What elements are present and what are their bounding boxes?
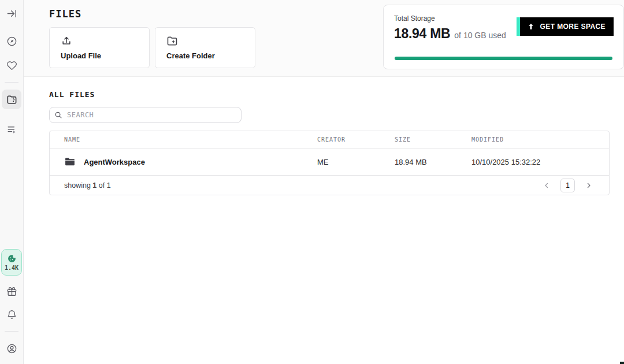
table-header-row: NAME CREATOR SIZE MODIFIED xyxy=(50,131,609,148)
credits-count: 1.4K xyxy=(5,265,18,271)
heart-icon xyxy=(6,60,17,71)
table-footer: showing 1 of 1 1 xyxy=(50,176,609,195)
upload-icon xyxy=(61,35,138,47)
storage-used-value: 18.94 MB xyxy=(394,26,450,42)
create-folder-label: Create Folder xyxy=(166,51,244,60)
storage-progress-bar xyxy=(395,57,612,60)
corner-widget-artifact xyxy=(620,362,624,364)
upload-file-button[interactable]: Upload File xyxy=(49,27,150,68)
column-header-size: SIZE xyxy=(395,136,471,143)
file-name: AgentWorkspace xyxy=(84,158,145,166)
arrow-right-to-line-icon xyxy=(6,8,17,19)
page-number-button[interactable]: 1 xyxy=(560,179,575,192)
previous-page-button[interactable] xyxy=(541,180,552,191)
get-more-space-button[interactable]: GET MORE SPACE xyxy=(517,17,614,36)
header-section: FILES Upload File Create Folder Total St… xyxy=(24,0,624,77)
column-header-creator: CREATOR xyxy=(317,136,395,143)
chevron-left-icon xyxy=(543,182,550,189)
all-files-section: ALL FILES NAME CREATOR SIZE MODIFIED xyxy=(24,77,624,195)
files-table: NAME CREATOR SIZE MODIFIED AgentWorkspac… xyxy=(49,131,610,195)
bell-icon xyxy=(6,309,17,320)
storage-card: Total Storage 18.94 MB of 10 GB used GET… xyxy=(383,5,624,69)
gift-icon xyxy=(6,286,17,297)
compass-icon xyxy=(6,36,17,47)
sidebar-item-notifications[interactable] xyxy=(2,304,21,324)
cookie-icon xyxy=(7,254,17,263)
sidebar-item-explore[interactable] xyxy=(2,31,21,51)
sidebar-divider xyxy=(5,331,18,332)
sidebar-item-files[interactable] xyxy=(2,90,21,109)
sidebar-item-favorites[interactable] xyxy=(2,55,21,75)
storage-suffix: of 10 GB used xyxy=(454,31,506,40)
sidebar-item-rewards[interactable] xyxy=(2,281,21,301)
column-header-name: NAME xyxy=(64,136,317,143)
get-more-space-label: GET MORE SPACE xyxy=(540,23,606,31)
file-creator: ME xyxy=(317,158,395,166)
upload-file-label: Upload File xyxy=(61,51,138,60)
user-circle-icon xyxy=(6,343,17,354)
next-page-button[interactable] xyxy=(583,180,595,191)
feed-list-icon xyxy=(6,124,17,135)
create-folder-button[interactable]: Create Folder xyxy=(155,27,255,68)
app-window: 1.4K FILES xyxy=(0,0,624,364)
collapse-sidebar-button[interactable] xyxy=(2,3,21,23)
button-accent-stripe xyxy=(517,17,520,36)
column-header-modified: MODIFIED xyxy=(471,136,595,143)
file-size: 18.94 MB xyxy=(395,158,471,166)
search-input[interactable] xyxy=(49,107,242,123)
folder-archive-icon xyxy=(6,94,17,105)
pagination: 1 xyxy=(541,179,595,192)
arrow-up-icon xyxy=(527,23,540,31)
sidebar-divider xyxy=(5,82,18,83)
credits-badge[interactable]: 1.4K xyxy=(1,249,22,276)
file-modified: 10/10/2025 15:32:22 xyxy=(471,158,595,166)
section-title: ALL FILES xyxy=(49,90,610,99)
folder-plus-icon xyxy=(166,35,244,47)
folder-icon xyxy=(64,156,76,168)
sidebar-item-account[interactable] xyxy=(2,339,21,358)
table-row[interactable]: AgentWorkspace ME 18.94 MB 10/10/2025 15… xyxy=(50,148,609,176)
showing-count: showing 1 of 1 xyxy=(64,181,111,190)
sidebar: 1.4K xyxy=(0,0,24,364)
chevron-right-icon xyxy=(585,182,592,189)
main-content: FILES Upload File Create Folder Total St… xyxy=(24,0,624,364)
sidebar-item-activity[interactable] xyxy=(2,120,21,139)
